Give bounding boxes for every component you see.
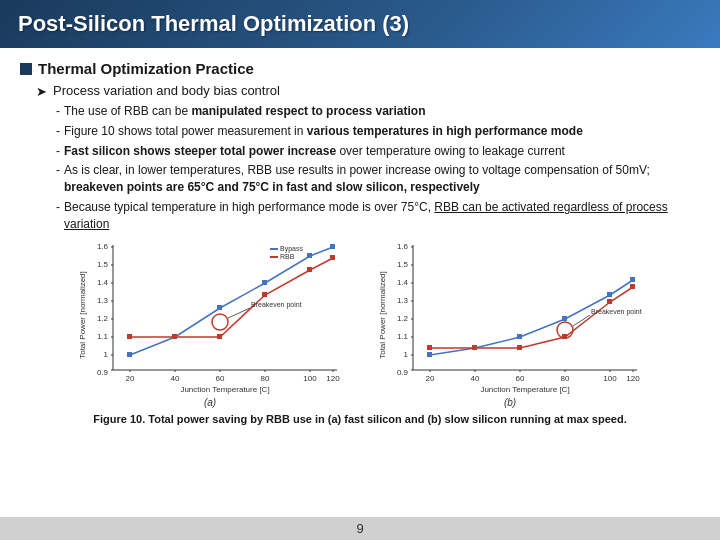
svg-rect-32 <box>127 352 132 357</box>
svg-text:20: 20 <box>126 374 135 383</box>
svg-text:1.2: 1.2 <box>97 314 109 323</box>
figure-caption: Figure 10. Total power saving by RBB use… <box>93 412 626 427</box>
svg-text:80: 80 <box>561 374 570 383</box>
sub-bullet-5: - Because typical temperature in high pe… <box>56 199 700 233</box>
svg-text:Total Power [normalized]: Total Power [normalized] <box>78 271 87 359</box>
chart-a-svg: 1.6 1.5 1.4 1.3 1.2 1.1 1 0.9 <box>75 240 345 395</box>
svg-text:Total Power [normalized]: Total Power [normalized] <box>378 271 387 359</box>
svg-text:1.2: 1.2 <box>397 314 409 323</box>
svg-text:1.5: 1.5 <box>397 260 409 269</box>
svg-text:40: 40 <box>471 374 480 383</box>
svg-text:Junction Temperature [C]: Junction Temperature [C] <box>480 385 569 394</box>
charts-row: 1.6 1.5 1.4 1.3 1.2 1.1 1 0.9 <box>20 240 700 408</box>
sub-bullet-3: - Fast silicon shows steeper total power… <box>56 143 700 160</box>
arrow-icon: ➤ <box>36 84 47 99</box>
dash-icon: - <box>56 199 60 216</box>
svg-rect-39 <box>172 334 177 339</box>
sub-bullet-1: - The use of RBB can be manipulated resp… <box>56 103 700 120</box>
chart-a: 1.6 1.5 1.4 1.3 1.2 1.1 1 0.9 <box>70 240 350 408</box>
svg-text:100: 100 <box>303 374 317 383</box>
svg-text:120: 120 <box>326 374 340 383</box>
svg-rect-89 <box>427 345 432 350</box>
svg-rect-40 <box>217 334 222 339</box>
svg-rect-35 <box>262 280 267 285</box>
chart-a-label: (a) <box>204 397 216 408</box>
svg-text:1.5: 1.5 <box>97 260 109 269</box>
svg-rect-90 <box>472 345 477 350</box>
svg-rect-41 <box>262 292 267 297</box>
svg-rect-91 <box>517 345 522 350</box>
footer: 9 <box>0 517 720 540</box>
svg-text:1.6: 1.6 <box>97 242 109 251</box>
sub-bullet-4: - As is clear, in lower temperatures, RB… <box>56 162 700 196</box>
svg-text:0.9: 0.9 <box>97 368 109 377</box>
chart-b-svg: 1.6 1.5 1.4 1.3 1.2 1.1 1 0.9 <box>375 240 645 395</box>
svg-rect-87 <box>607 292 612 297</box>
svg-rect-93 <box>607 299 612 304</box>
svg-rect-38 <box>127 334 132 339</box>
svg-text:1: 1 <box>404 350 409 359</box>
section-icon <box>20 63 32 75</box>
svg-text:0.9: 0.9 <box>397 368 409 377</box>
svg-text:1.3: 1.3 <box>97 296 109 305</box>
svg-text:RBB: RBB <box>280 253 295 260</box>
svg-text:1.1: 1.1 <box>397 332 409 341</box>
svg-rect-42 <box>307 267 312 272</box>
svg-text:1.3: 1.3 <box>397 296 409 305</box>
svg-text:60: 60 <box>216 374 225 383</box>
dash-icon: - <box>56 162 60 179</box>
svg-rect-43 <box>330 255 335 260</box>
svg-text:40: 40 <box>171 374 180 383</box>
svg-rect-37 <box>330 244 335 249</box>
svg-text:1.4: 1.4 <box>97 278 109 287</box>
bullet-main: ➤ Process variation and body bias contro… <box>36 83 700 99</box>
svg-text:Bypass: Bypass <box>280 245 303 253</box>
svg-text:20: 20 <box>426 374 435 383</box>
chart-b: 1.6 1.5 1.4 1.3 1.2 1.1 1 0.9 <box>370 240 650 408</box>
svg-rect-85 <box>517 334 522 339</box>
dash-icon: - <box>56 143 60 160</box>
svg-rect-34 <box>217 305 222 310</box>
svg-text:1.6: 1.6 <box>397 242 409 251</box>
svg-rect-36 <box>307 253 312 258</box>
sub-bullet-2: - Figure 10 shows total power measuremen… <box>56 123 700 140</box>
main-content: Thermal Optimization Practice ➤ Process … <box>0 48 720 517</box>
svg-rect-86 <box>562 316 567 321</box>
svg-text:1: 1 <box>104 350 109 359</box>
svg-rect-47 <box>270 248 278 250</box>
svg-text:1.1: 1.1 <box>97 332 109 341</box>
svg-rect-49 <box>270 256 278 258</box>
dash-icon: - <box>56 103 60 120</box>
svg-text:Breakeven point: Breakeven point <box>251 301 302 309</box>
header: Post-Silicon Thermal Optimization (3) <box>0 0 720 48</box>
sub-bullets: - The use of RBB can be manipulated resp… <box>56 103 700 236</box>
svg-text:1.4: 1.4 <box>397 278 409 287</box>
svg-rect-88 <box>630 277 635 282</box>
dash-icon: - <box>56 123 60 140</box>
page-title: Post-Silicon Thermal Optimization (3) <box>18 11 409 37</box>
page-number: 9 <box>356 521 363 536</box>
svg-text:100: 100 <box>603 374 617 383</box>
svg-text:120: 120 <box>626 374 640 383</box>
svg-rect-94 <box>630 284 635 289</box>
chart-b-label: (b) <box>504 397 516 408</box>
svg-text:Junction Temperature [C]: Junction Temperature [C] <box>180 385 269 394</box>
svg-point-44 <box>212 314 228 330</box>
svg-text:Breakeven point: Breakeven point <box>591 308 642 316</box>
svg-rect-83 <box>427 352 432 357</box>
section-title: Thermal Optimization Practice <box>20 60 700 77</box>
svg-text:80: 80 <box>261 374 270 383</box>
svg-text:60: 60 <box>516 374 525 383</box>
charts-area: 1.6 1.5 1.4 1.3 1.2 1.1 1 0.9 <box>20 240 700 511</box>
